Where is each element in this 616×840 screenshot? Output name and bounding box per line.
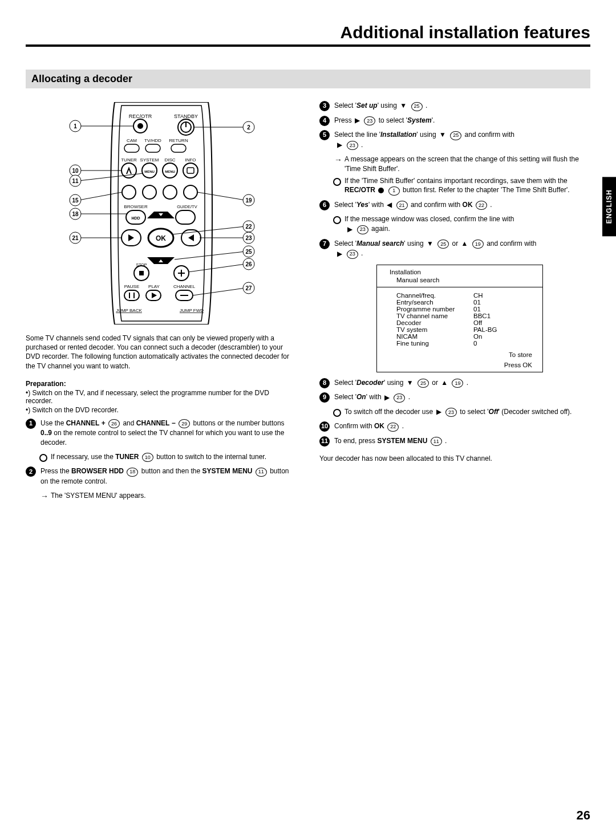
svg-text:26: 26 — [245, 261, 252, 267]
svg-text:DISC: DISC — [164, 157, 175, 163]
osd-subtitle: Manual search — [377, 277, 542, 286]
svg-text:REC/OTR: REC/OTR — [128, 113, 152, 119]
step-9-sub: To switch off the decoder use ▶ 23 to se… — [319, 407, 590, 417]
step-10: 10 Confirm with OK 22 . — [319, 421, 590, 432]
svg-rect-52 — [124, 290, 139, 301]
osd-row: TV systemPAL-BG — [396, 326, 536, 333]
svg-text:19: 19 — [245, 197, 252, 204]
svg-marker-40 — [188, 234, 194, 241]
step-num-7: 7 — [319, 239, 330, 249]
svg-text:TUNER: TUNER — [121, 157, 137, 163]
prep-heading: Preparation: — [26, 380, 297, 388]
svg-text:18: 18 — [72, 211, 79, 217]
svg-line-85 — [172, 226, 245, 234]
language-tab: ENGLISH — [602, 177, 616, 236]
step-2: 2 Press the BROWSER HDD 18 button and th… — [26, 466, 297, 486]
svg-text:RETURN: RETURN — [169, 138, 188, 143]
svg-text:PLAY: PLAY — [148, 284, 160, 289]
svg-marker-56 — [152, 293, 157, 298]
svg-line-91 — [175, 251, 245, 259]
section-title: Allocating a decoder — [26, 70, 590, 88]
svg-rect-10 — [145, 144, 160, 152]
svg-point-27 — [184, 185, 197, 199]
svg-text:JUMP BACK: JUMP BACK — [116, 308, 142, 313]
svg-text:CAM: CAM — [127, 138, 137, 143]
svg-text:SYSTEM: SYSTEM — [140, 157, 159, 163]
step-num-11: 11 — [319, 436, 330, 447]
svg-text:2: 2 — [247, 124, 250, 131]
record-icon — [378, 188, 384, 193]
svg-rect-44 — [139, 271, 144, 275]
svg-point-25 — [143, 185, 156, 199]
svg-point-26 — [163, 185, 177, 199]
svg-text:HDD: HDD — [131, 216, 140, 220]
svg-rect-12 — [171, 144, 186, 152]
osd-foot2: Press OK — [377, 362, 542, 372]
page-number: 26 — [577, 808, 590, 823]
osd-window: Installation Manual search Channel/freq.… — [376, 265, 543, 372]
svg-rect-8 — [124, 144, 139, 152]
svg-rect-34 — [176, 210, 195, 224]
svg-text:JUMP FWD: JUMP FWD — [179, 308, 203, 313]
svg-line-94 — [188, 264, 245, 272]
step-2-sub: The 'SYSTEM MENU' appears. — [26, 491, 297, 501]
svg-text:GUIDE/TV: GUIDE/TV — [177, 204, 197, 209]
svg-text:22: 22 — [245, 224, 252, 230]
svg-text:PAUSE: PAUSE — [124, 284, 139, 289]
step-8: 8 Select 'Decoder' using ▼ 25 or ▲ 19 . — [319, 378, 590, 388]
remote-diagram: REC/OTR STANDBY CAM TV/HDD RETURN TUNER … — [26, 102, 297, 324]
step-1-sub: If necessary, use the TUNER 10 button to… — [26, 452, 297, 462]
osd-body: Channel/freq.CHEntry/search01Programme n… — [377, 290, 542, 351]
svg-text:STOP: STOP — [136, 263, 147, 267]
svg-text:10: 10 — [72, 168, 79, 174]
svg-text:INFO: INFO — [185, 157, 196, 163]
step-num-4: 4 — [319, 116, 330, 126]
step-num-10: 10 — [319, 421, 330, 432]
svg-rect-23 — [187, 168, 194, 173]
step-1: 1 Use the CHANNEL + 26 and CHANNEL − 29 … — [26, 419, 297, 448]
right-column: 3 Select 'Set up' using ▼ 25 . 4 Press ▶… — [319, 96, 590, 502]
step-9: 9 Select 'On' with ▶ 23 . — [319, 392, 590, 403]
closing-text: Your decoder has now been allocated to t… — [319, 454, 590, 463]
left-column: REC/OTR STANDBY CAM TV/HDD RETURN TUNER … — [26, 96, 297, 502]
svg-text:TV/HDD: TV/HDD — [144, 138, 161, 143]
svg-line-73 — [79, 192, 122, 200]
svg-text:11: 11 — [72, 178, 79, 184]
step-num-3: 3 — [319, 101, 330, 111]
step-11: 11 To end, press SYSTEM MENU 11 . — [319, 436, 590, 447]
remote-svg: REC/OTR STANDBY CAM TV/HDD RETURN TUNER … — [67, 102, 256, 324]
prep-bullet-2: •) Switch on the DVD recorder. — [26, 406, 297, 414]
step-5: 5 Select the line 'Installation' using ▼… — [319, 130, 590, 150]
svg-text:MENU: MENU — [165, 170, 175, 173]
osd-title: Installation — [377, 265, 542, 277]
svg-text:27: 27 — [245, 285, 252, 291]
osd-row: NICAMOn — [396, 333, 536, 340]
osd-row: DecoderOff — [396, 319, 536, 326]
svg-text:BROWSER: BROWSER — [124, 204, 148, 209]
svg-point-24 — [122, 185, 136, 199]
prep-bullet-1: •) Switch on the TV, and if necessary, s… — [26, 389, 297, 405]
step-6: 6 Select 'Yes' with ◀ 21 and confirm wit… — [319, 200, 590, 210]
svg-point-22 — [183, 163, 198, 178]
intro-text: Some TV channels send coded TV signals t… — [26, 334, 297, 371]
svg-marker-36 — [128, 234, 134, 241]
osd-foot1: To store — [377, 351, 542, 362]
step-num-8: 8 — [319, 378, 330, 388]
svg-text:21: 21 — [72, 235, 79, 241]
step-7: 7 Select 'Manual search' using ▼ 25 or ▲… — [319, 239, 590, 259]
step-num-2: 2 — [26, 466, 36, 477]
osd-row: Fine tuning0 — [396, 340, 536, 347]
svg-text:15: 15 — [72, 197, 79, 204]
step-num-5: 5 — [319, 130, 330, 140]
osd-row: Entry/search01 — [396, 299, 536, 306]
svg-point-2 — [137, 123, 143, 129]
svg-text:STANDBY: STANDBY — [174, 113, 198, 119]
svg-text:25: 25 — [245, 249, 252, 255]
svg-line-97 — [193, 288, 245, 295]
chapter-title: Additional installation features — [26, 23, 590, 47]
step-4: 4 Press ▶ 23 to select 'System'. — [319, 116, 590, 126]
step-3: 3 Select 'Set up' using ▼ 25 . — [319, 101, 590, 111]
svg-text:23: 23 — [245, 235, 252, 241]
svg-text:OK: OK — [156, 234, 166, 242]
step-num-6: 6 — [319, 200, 330, 210]
